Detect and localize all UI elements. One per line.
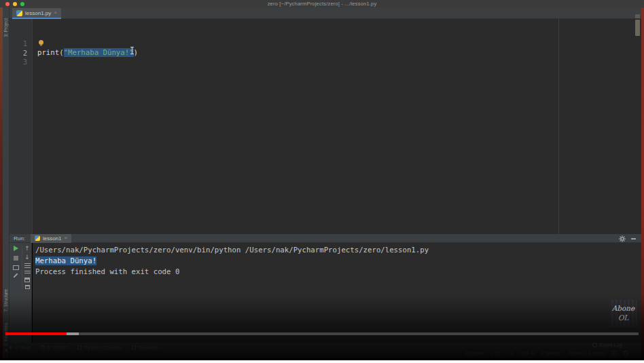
pin-tab-icon[interactable] <box>13 273 18 278</box>
console-line-command: /Users/nak/PycharmProjects/zero/venv/bin… <box>35 245 641 256</box>
line-number-active: 2 <box>14 49 27 57</box>
run-label: Run: <box>14 235 25 242</box>
window-title: zero [~/PycharmProjects/zero] - .../less… <box>0 1 644 7</box>
run-settings-gear-icon[interactable] <box>619 235 626 242</box>
video-player: zero [~/PycharmProjects/zero] - .../less… <box>0 0 644 363</box>
up-stacktrace-icon[interactable]: ↑ <box>24 246 30 252</box>
hide-panel-icon[interactable] <box>631 238 636 240</box>
run-tab-lesson1[interactable]: lesson1 × <box>31 234 71 243</box>
zoom-window-icon[interactable] <box>20 2 24 6</box>
macos-traffic-lights[interactable] <box>5 2 24 6</box>
stop-icon[interactable] <box>14 256 18 261</box>
rerun-icon[interactable] <box>14 246 18 251</box>
code-call: print( <box>37 48 64 57</box>
scrollbar-stripe-mark <box>635 14 640 18</box>
minimize-window-icon[interactable] <box>13 2 17 6</box>
line-number: 3 <box>14 58 27 66</box>
page-background-edge <box>0 360 644 363</box>
run-panel-header: Run: lesson1 × <box>10 234 641 243</box>
console-line-exit: Process finished with exit code 0 <box>35 267 641 278</box>
code-editor[interactable]: 1 2 3 print("Merhaba Dünya!") <box>10 19 641 234</box>
editor-gutter: 1 2 3 <box>10 19 33 234</box>
intention-bulb-icon[interactable] <box>39 40 43 45</box>
code-line-2: print("Merhaba Dünya!") <box>37 48 138 58</box>
scroll-to-end-icon[interactable] <box>24 271 31 275</box>
code-selected-string: "Merhaba Dünya!" <box>64 48 134 57</box>
line-number: 1 <box>14 39 27 47</box>
soft-wrap-icon[interactable] <box>24 263 31 268</box>
close-window-icon[interactable] <box>5 2 10 6</box>
tab-lesson1py[interactable]: lesson1.py × <box>12 8 61 19</box>
window-titlebar: zero [~/PycharmProjects/zero] - .../less… <box>0 0 644 7</box>
print-console-icon[interactable] <box>24 278 30 282</box>
console-line-output-selected: Merhaba Dünya! <box>35 256 96 265</box>
down-stacktrace-icon[interactable]: ↓ <box>24 254 30 261</box>
right-margin-guide <box>558 19 559 234</box>
restore-layout-icon[interactable] <box>13 265 19 270</box>
run-tab-label: lesson1 <box>43 235 62 242</box>
close-tab-icon[interactable]: × <box>54 10 57 16</box>
tab-label: lesson1.py <box>25 10 51 16</box>
progress-bar[interactable] <box>5 332 639 335</box>
python-file-icon <box>35 235 40 241</box>
clear-console-icon[interactable] <box>25 285 30 289</box>
python-file-icon <box>16 10 22 16</box>
player-controls: 3:13 / 35:11 <box>0 337 644 360</box>
editor-scrollbar-thumb[interactable] <box>635 20 640 36</box>
editor-tabbar: lesson1.py × <box>10 7 641 19</box>
sidebar-item-project[interactable]: 3: Project <box>3 18 8 37</box>
progress-played <box>5 332 67 335</box>
close-run-tab-icon[interactable]: × <box>64 235 67 241</box>
text-cursor-pointer <box>130 47 135 54</box>
